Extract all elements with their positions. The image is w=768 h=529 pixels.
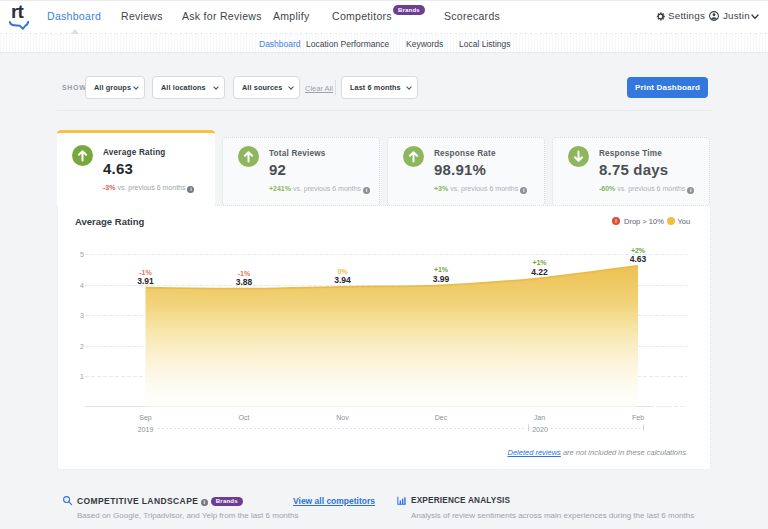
svg-text:2020: 2020 [532,426,548,433]
svg-text:4.63: 4.63 [630,254,647,264]
svg-text:Jan: Jan [534,414,545,421]
svg-text:-1%: -1% [238,270,251,277]
svg-text:Feb: Feb [632,414,644,421]
svg-text:-1%: -1% [139,269,152,276]
svg-text:+2%: +2% [631,247,646,254]
svg-text:3: 3 [80,312,84,319]
svg-text:2019: 2019 [138,426,154,433]
svg-text:+1%: +1% [532,259,547,266]
svg-text:1: 1 [80,373,84,380]
svg-text:3.94: 3.94 [334,275,351,285]
svg-text:Sep: Sep [139,414,152,422]
svg-text:3.88: 3.88 [236,277,253,287]
svg-text:Dec: Dec [435,414,448,421]
svg-text:2: 2 [80,343,84,350]
svg-text:+1%: +1% [434,266,449,273]
svg-text:5: 5 [80,251,84,258]
svg-text:Nov: Nov [336,414,349,421]
svg-text:0%: 0% [337,268,348,275]
svg-text:4.22: 4.22 [531,267,548,277]
svg-text:3.91: 3.91 [137,276,154,286]
svg-text:4: 4 [80,282,84,289]
svg-text:3.99: 3.99 [433,274,450,284]
svg-text:Oct: Oct [239,414,250,421]
